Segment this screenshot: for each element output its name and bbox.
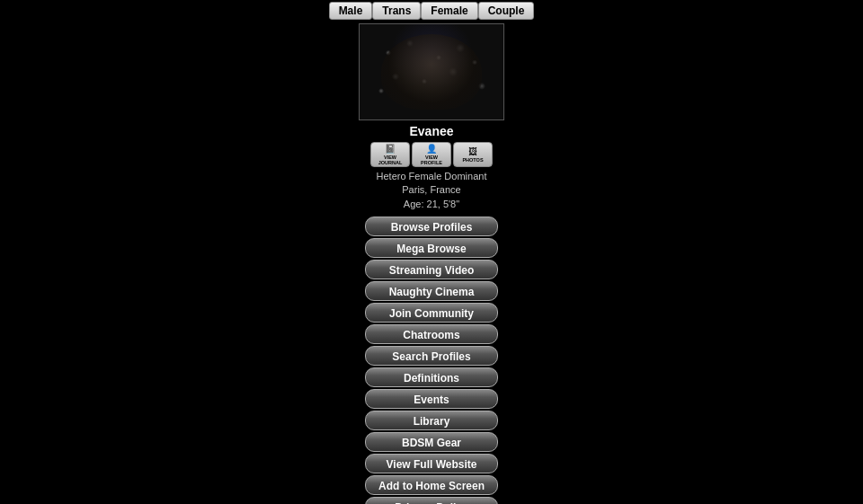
add-to-home-screen-button[interactable]: Add to Home Screen xyxy=(365,475,498,495)
privacy-policy-button[interactable]: Privacy Policy xyxy=(365,497,498,504)
profile-section: Evanee 📓 VIEWJOURNAL 👤 VIEWPROFILE 🖼 PHO… xyxy=(359,23,504,211)
profile-info: Hetero Female Dominant Paris, France Age… xyxy=(377,170,487,211)
journal-icon: 📓 xyxy=(385,144,396,154)
definitions-button[interactable]: Definitions xyxy=(365,367,498,387)
browse-profiles-button[interactable]: Browse Profiles xyxy=(365,217,498,236)
tab-female[interactable]: Female xyxy=(421,2,477,20)
action-buttons: 📓 VIEWJOURNAL 👤 VIEWPROFILE 🖼 PHOTOS xyxy=(370,142,493,167)
profile-label: VIEWPROFILE xyxy=(421,155,442,165)
menu-section: Browse Profiles Mega Browse Streaming Vi… xyxy=(0,217,863,504)
mega-browse-button[interactable]: Mega Browse xyxy=(365,238,498,258)
profile-name: Evanee xyxy=(409,124,453,138)
chatrooms-button[interactable]: Chatrooms xyxy=(365,324,498,344)
naughty-cinema-button[interactable]: Naughty Cinema xyxy=(365,281,498,301)
search-profiles-button[interactable]: Search Profiles xyxy=(365,346,498,366)
journal-label: VIEWJOURNAL xyxy=(378,155,403,165)
profile-image xyxy=(359,23,504,120)
join-community-button[interactable]: Join Community xyxy=(365,303,498,323)
photos-icon: 🖼 xyxy=(468,146,477,156)
bdsm-gear-button[interactable]: BDSM Gear xyxy=(365,432,498,452)
tab-couple[interactable]: Couple xyxy=(478,2,535,20)
streaming-video-button[interactable]: Streaming Video xyxy=(365,260,498,279)
photos-button[interactable]: 🖼 PHOTOS xyxy=(453,142,493,167)
tab-trans[interactable]: Trans xyxy=(372,2,421,20)
photos-label: PHOTOS xyxy=(462,157,483,163)
top-tabs: Male Trans Female Couple xyxy=(329,2,535,20)
view-profile-button[interactable]: 👤 VIEWPROFILE xyxy=(412,142,451,167)
tab-male[interactable]: Male xyxy=(329,2,373,20)
profile-icon: 👤 xyxy=(426,144,437,154)
library-button[interactable]: Library xyxy=(365,411,498,430)
view-journal-button[interactable]: 📓 VIEWJOURNAL xyxy=(370,142,410,167)
events-button[interactable]: Events xyxy=(365,389,498,409)
view-full-website-button[interactable]: View Full Website xyxy=(365,454,498,473)
